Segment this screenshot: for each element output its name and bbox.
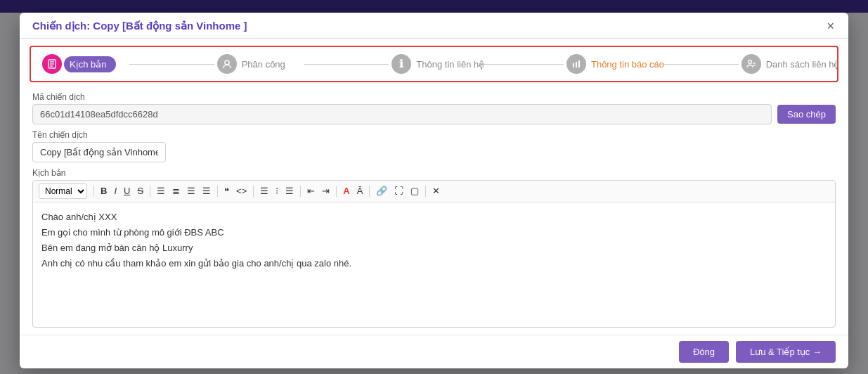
step-thongtinlienhe[interactable]: ℹ Thông tin liên hệ	[391, 54, 476, 74]
image-button[interactable]: ⛶	[391, 183, 406, 199]
indent-decrease-button[interactable]: ⇤	[304, 183, 318, 199]
step-phancong[interactable]: Phân công	[217, 54, 302, 74]
luu-tieptuc-button[interactable]: Lưu & Tiếp tục →	[736, 341, 836, 363]
style-select[interactable]: Normal	[39, 183, 87, 199]
strikethrough-button[interactable]: S	[134, 183, 146, 199]
ordered-list-button[interactable]: ☰	[257, 183, 271, 199]
kichban-field: Kịch bản Normal B I U S ☰ ≣ ☰ ☰	[32, 168, 836, 328]
editor-line-4: Anh chị có nhu cầu tham khảo em xin gửi …	[41, 256, 827, 271]
align-left-button[interactable]: ☰	[154, 183, 168, 199]
dong-button[interactable]: Đóng	[679, 341, 729, 363]
unordered-list-button[interactable]: ⁝	[273, 183, 281, 199]
toolbar-divider-2	[150, 186, 150, 197]
clear-format-button[interactable]: ✕	[429, 183, 443, 199]
modal-body: Mã chiến dịch Sao chép Tên chiến dịch Kị…	[20, 86, 848, 335]
step-kichban-icon	[42, 54, 62, 74]
editor-line-1: Chào anh/chị XXX	[41, 209, 827, 225]
step-thongtinlienhe-icon: ℹ	[391, 54, 411, 74]
ten-chien-dich-label: Tên chiến dịch	[32, 130, 836, 140]
svg-point-8	[748, 60, 751, 64]
steps-bar: Kịch bản Phân công ℹ Thông tin liên hệ	[30, 46, 838, 82]
font-bg-button[interactable]: Ā	[354, 183, 366, 199]
toolbar-divider-1	[93, 186, 94, 197]
rte-toolbar: Normal B I U S ☰ ≣ ☰ ☰ ❝ <> ☰	[33, 181, 835, 202]
video-button[interactable]: ▢	[408, 183, 422, 199]
step-phancong-icon	[217, 54, 237, 74]
step-danhsachlienhe[interactable]: Danh sách liên hệ	[741, 54, 826, 74]
ma-chien-dich-label: Mã chiến dịch	[32, 92, 836, 102]
align-justify-button[interactable]: ☰	[200, 183, 214, 199]
toolbar-divider-3	[217, 186, 218, 197]
editor-line-3: Bên em đang mở bán căn hộ Luxurry	[41, 240, 827, 256]
toolbar-divider-5	[300, 186, 301, 197]
step-thongtinbaocao[interactable]: Thông tin báo cáo	[566, 54, 651, 74]
editor-line-2: Em gọi cho mình từ phòng mô giới ĐBS ABC	[41, 225, 827, 240]
step-connector-2	[304, 64, 389, 65]
link-button[interactable]: 🔗	[373, 183, 390, 199]
modal-close-button[interactable]: ×	[825, 20, 836, 32]
modal-footer: Đóng Lưu & Tiếp tục →	[20, 335, 848, 368]
svg-rect-6	[576, 62, 577, 67]
step-connector-1	[129, 64, 214, 65]
align-center-button[interactable]: ≣	[169, 183, 183, 199]
step-thongtinlienhe-label: Thông tin liên hệ	[416, 59, 484, 70]
indent-increase-button[interactable]: ⇥	[319, 183, 332, 199]
saochep-ma-button[interactable]: Sao chép	[777, 105, 836, 124]
step-danhsachlienhe-label: Danh sách liên hệ	[766, 59, 840, 70]
toolbar-divider-4	[253, 186, 254, 197]
underline-button[interactable]: U	[121, 183, 133, 199]
step-thongtinbaocao-icon	[566, 54, 586, 74]
toolbar-divider-7	[369, 186, 370, 197]
toolbar-divider-6	[336, 186, 337, 197]
svg-rect-7	[578, 60, 580, 67]
align-right-button[interactable]: ☰	[184, 183, 198, 199]
font-color-button[interactable]: A	[340, 183, 352, 199]
code-button[interactable]: <>	[233, 183, 250, 199]
step-kichban-label: Kịch bản	[64, 56, 116, 72]
kichban-label: Kịch bản	[32, 168, 836, 178]
step-connector-3	[479, 64, 564, 65]
rich-text-editor: Normal B I U S ☰ ≣ ☰ ☰ ❝ <> ☰	[32, 180, 836, 328]
ma-chien-dich-input[interactable]	[32, 104, 772, 124]
step-connector-4	[654, 64, 738, 65]
campaign-modal: Chiến dịch: Copy [Bất động sản Vinhome ]…	[20, 13, 848, 368]
toolbar-divider-8	[425, 186, 426, 197]
bold-button[interactable]: B	[98, 183, 110, 199]
modal-header: Chiến dịch: Copy [Bất động sản Vinhome ]…	[20, 13, 848, 39]
blockquote-button[interactable]: ❝	[221, 183, 232, 199]
step-phancong-label: Phân công	[242, 59, 285, 70]
step-kichban[interactable]: Kịch bản	[42, 54, 127, 74]
step-danhsachlienhe-icon	[741, 54, 761, 74]
rte-content-area[interactable]: Chào anh/chị XXX Em gọi cho mình từ phòn…	[33, 202, 835, 280]
ten-chien-dich-input[interactable]	[32, 142, 166, 162]
checklist-button[interactable]: ☰	[283, 183, 297, 199]
modal-title: Chiến dịch: Copy [Bất động sản Vinhome ]	[32, 20, 247, 32]
ten-chien-dich-field: Tên chiến dịch	[32, 130, 836, 162]
svg-point-4	[225, 60, 229, 65]
ma-chien-dich-field: Mã chiến dịch Sao chép	[32, 92, 836, 124]
italic-button[interactable]: I	[111, 183, 119, 199]
svg-rect-5	[573, 63, 574, 67]
